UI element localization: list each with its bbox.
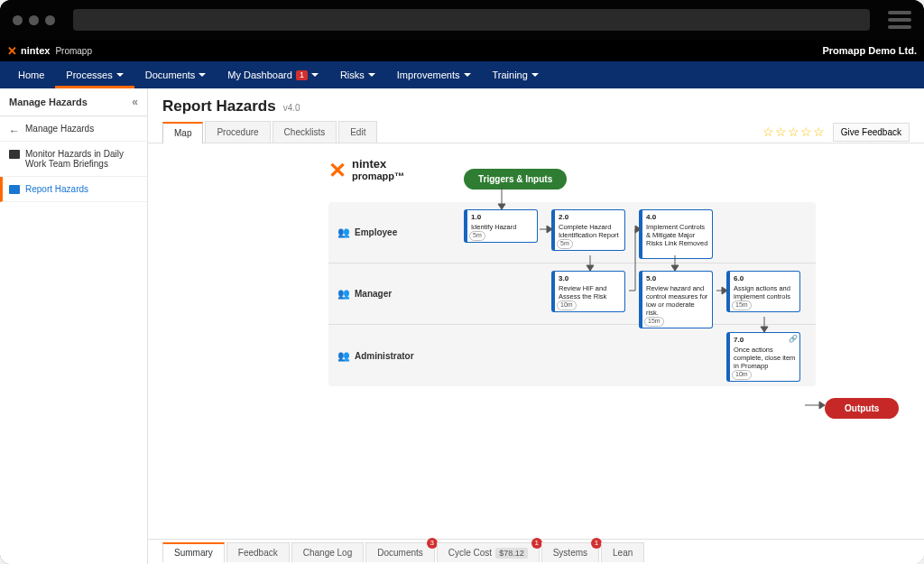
bottom-tab-cycle-cost[interactable]: Cycle Cost$78.121 xyxy=(437,542,540,562)
step-text: Identify Hazard xyxy=(471,223,533,231)
brand-logo[interactable]: ✕ nintex Promapp xyxy=(7,44,92,58)
lane-label: 👥Employee xyxy=(328,202,428,263)
give-feedback-button[interactable]: Give Feedback xyxy=(833,123,910,142)
nav-item-my-dashboard[interactable]: My Dashboard1 xyxy=(217,61,329,88)
sidebar: Manage Hazards « Manage HazardsMonitor H… xyxy=(0,88,148,564)
map-watermark-logo: ✕ nintex promapp™ xyxy=(328,158,404,181)
step-number: 4.0 xyxy=(646,213,708,222)
link-icon: 🔗 xyxy=(789,335,798,344)
bottom-tab-row: SummaryFeedbackChange LogDocuments3Cycle… xyxy=(148,539,924,564)
hamburger-icon[interactable] xyxy=(888,11,911,29)
process-map-canvas[interactable]: ✕ nintex promapp™ Triggers & Inputs 👥Emp… xyxy=(148,143,924,539)
step-text: Once actions complete, close item in Pro… xyxy=(734,346,796,370)
people-icon: 👥 xyxy=(337,350,350,362)
document-icon xyxy=(9,185,20,194)
step-time: 10m xyxy=(732,370,752,379)
titlebar: ✕ nintex Promapp Promapp Demo Ltd. xyxy=(0,40,924,61)
nav-item-improvements[interactable]: Improvements xyxy=(386,61,482,88)
step-text: Review hazard and control measures for l… xyxy=(646,284,708,317)
triggers-inputs-button[interactable]: Triggers & Inputs xyxy=(464,169,567,190)
sidebar-item-label: Report Hazards xyxy=(25,184,88,194)
nav-item-processes[interactable]: Processes xyxy=(55,61,134,88)
maximize-dot[interactable] xyxy=(45,15,55,25)
nav-item-home[interactable]: Home xyxy=(7,61,55,88)
bottom-tab-lean[interactable]: Lean xyxy=(601,542,644,562)
people-icon: 👥 xyxy=(337,227,350,238)
swimlane: 👥Employee1.0Identify Hazard5m2.0Complete… xyxy=(328,202,816,264)
tab-map[interactable]: Map xyxy=(162,122,203,143)
tab-edit[interactable]: Edit xyxy=(338,121,377,143)
step-time: 10m xyxy=(557,300,577,310)
chevron-down-icon xyxy=(464,73,471,77)
bottom-tab-change-log[interactable]: Change Log xyxy=(291,542,365,562)
badge: 1 xyxy=(296,70,308,80)
nav-item-documents[interactable]: Documents xyxy=(134,61,217,88)
process-step[interactable]: 2.0Complete Hazard Identification Report… xyxy=(551,209,625,251)
step-number: 3.0 xyxy=(559,274,621,283)
process-step[interactable]: 5.0Review hazard and control measures fo… xyxy=(639,271,713,328)
bottom-tab-documents[interactable]: Documents3 xyxy=(365,542,435,562)
step-time: 5m xyxy=(469,231,485,240)
browser-frame: ✕ nintex Promapp Promapp Demo Ltd. HomeP… xyxy=(0,0,924,564)
star-rating[interactable]: ☆☆☆☆☆ xyxy=(762,125,826,139)
step-text: Assign actions and implement controls xyxy=(734,284,796,300)
sidebar-header: Manage Hazards « xyxy=(0,88,147,116)
tab-row: MapProcedureChecklistsEdit ☆☆☆☆☆ Give Fe… xyxy=(148,121,924,143)
sidebar-item[interactable]: Manage Hazards xyxy=(0,116,147,142)
outputs-button[interactable]: Outputs xyxy=(825,398,899,419)
main-panel: Report Hazards v4.0 MapProcedureChecklis… xyxy=(148,88,924,564)
bottom-tab-feedback[interactable]: Feedback xyxy=(226,542,290,562)
chevron-down-icon xyxy=(311,73,319,77)
tab-procedure[interactable]: Procedure xyxy=(205,121,270,143)
chevron-down-icon xyxy=(368,73,375,77)
lane-body: 7.0Once actions complete, close item in … xyxy=(428,325,816,386)
bottom-tab-systems[interactable]: Systems1 xyxy=(541,542,599,562)
app-root: ✕ nintex Promapp Promapp Demo Ltd. HomeP… xyxy=(0,40,924,564)
swimlane: 👥Manager3.0Review HIF and Assess the Ris… xyxy=(328,264,816,325)
brand-sub: Promapp xyxy=(55,46,92,56)
cycle-cost-value: $78.12 xyxy=(495,548,528,559)
url-bar[interactable] xyxy=(73,9,870,31)
sidebar-title: Manage Hazards xyxy=(9,97,88,107)
swimlanes: 👥Employee1.0Identify Hazard5m2.0Complete… xyxy=(328,202,816,386)
page-title: Report Hazards xyxy=(162,97,276,116)
step-time: 15m xyxy=(732,300,752,310)
process-step[interactable]: 4.0Implement Controls & Mitigate Major R… xyxy=(639,209,713,259)
process-step[interactable]: 6.0Assign actions and implement controls… xyxy=(726,271,800,312)
step-text: Complete Hazard Identification Report xyxy=(559,223,621,239)
process-step[interactable]: 1.0Identify Hazard5m xyxy=(464,209,538,243)
sidebar-item[interactable]: Report Hazards xyxy=(0,177,147,202)
people-icon: 👥 xyxy=(337,288,350,300)
minimize-dot[interactable] xyxy=(29,15,39,25)
map-logo-sub: promapp™ xyxy=(352,171,404,181)
collapse-icon[interactable]: « xyxy=(132,96,138,108)
page-version: v4.0 xyxy=(283,103,300,113)
chevron-down-icon xyxy=(199,73,206,77)
step-number: 2.0 xyxy=(559,213,621,222)
content-area: Manage Hazards « Manage HazardsMonitor H… xyxy=(0,88,924,564)
map-logo-brand: nintex xyxy=(352,157,386,171)
step-time: 5m xyxy=(557,239,573,248)
logo-mark-icon: ✕ xyxy=(7,44,17,58)
lane-body: 1.0Identify Hazard5m2.0Complete Hazard I… xyxy=(428,202,816,263)
lane-label: 👥Administrator xyxy=(328,325,428,386)
sidebar-item[interactable]: Monitor Hazards in Daily Work Team Brief… xyxy=(0,142,147,177)
step-number: 6.0 xyxy=(734,274,796,283)
step-number: 1.0 xyxy=(471,213,533,222)
nav-item-risks[interactable]: Risks xyxy=(329,61,386,88)
process-step[interactable]: 7.0Once actions complete, close item in … xyxy=(726,332,800,382)
brand-name: nintex xyxy=(21,45,50,56)
step-text: Review HIF and Assess the Risk xyxy=(559,284,621,300)
close-dot[interactable] xyxy=(13,15,23,25)
nav-item-training[interactable]: Training xyxy=(482,61,550,88)
sidebar-item-label: Manage Hazards xyxy=(25,124,94,134)
navbar: HomeProcessesDocumentsMy Dashboard1Risks… xyxy=(0,61,924,88)
folder-icon xyxy=(9,150,20,159)
company-name[interactable]: Promapp Demo Ltd. xyxy=(822,45,917,56)
bottom-tab-summary[interactable]: Summary xyxy=(162,542,225,562)
sidebar-item-label: Monitor Hazards in Daily Work Team Brief… xyxy=(25,149,138,169)
step-text: Implement Controls & Mitigate Major Risk… xyxy=(646,223,708,247)
swimlane: 👥Administrator7.0Once actions complete, … xyxy=(328,325,816,386)
tab-checklists[interactable]: Checklists xyxy=(273,121,337,143)
process-step[interactable]: 3.0Review HIF and Assess the Risk10m xyxy=(551,271,625,312)
